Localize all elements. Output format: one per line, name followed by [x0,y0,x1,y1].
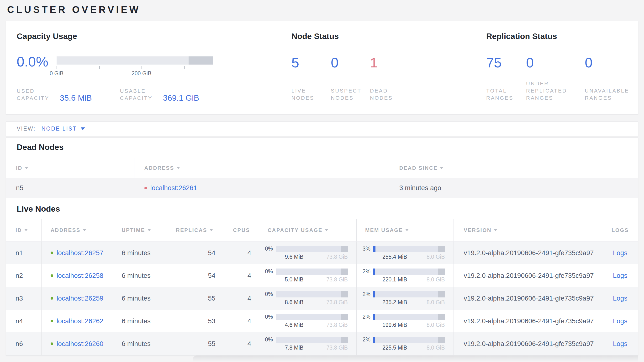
node-address-link[interactable]: localhost:26258 [56,272,103,279]
capacity-used-value: 4.6 MiB [285,322,304,328]
used-capacity-value: 35.6 MiB [60,94,92,102]
capacity-usage-title: Capacity Usage [17,32,282,41]
node-id: n3 [16,295,23,302]
column-header-cpus: CPUS [224,219,259,241]
suspect-nodes-stat: 0 SUSPECT NODES [331,56,370,102]
capacity-axis-labels: 0 GiB 200 GiB [56,70,213,77]
view-selected-value[interactable]: NODE LIST [42,125,77,132]
live-status-dot-icon [50,320,53,322]
node-mem-usage-meter: 3% 255.4 MiB 8.0 GiB [356,242,454,264]
node-cpus: 4 [248,317,251,325]
unavailable-ranges-stat: 0 UNAVAILABLE RANGES [585,56,637,102]
mem-used-value: 225.5 MiB [382,344,407,351]
column-header-label: CPUS [233,227,250,233]
replication-status-title: Replication Status [486,32,639,41]
dead-node-row: n5 localhost:26261 3 minutes ago [6,178,638,198]
sort-arrow-icon [325,229,328,231]
column-header-uptime[interactable]: UPTIME [112,219,165,241]
mem-used-value: 220.1 MiB [382,276,407,283]
dead-node-address-link[interactable]: localhost:26261 [150,184,197,192]
column-header-label: DEAD SINCE [399,165,438,171]
capacity-used-value: 9.6 MiB [285,254,304,260]
mem-bar [373,269,445,275]
node-address-link[interactable]: localhost:26259 [56,295,103,302]
capacity-used-value: 7.8 MiB [285,344,304,351]
node-id: n2 [16,272,23,279]
view-selector-dropdown[interactable]: NODE LIST [42,125,85,132]
mem-bar [373,246,445,252]
total-ranges-label: TOTAL RANGES [486,87,526,102]
node-uptime: 6 minutes [122,317,150,325]
mem-total-value: 8.0 GiB [426,276,445,283]
mem-bar-reserved-segment [438,246,445,252]
mem-total-value: 8.0 GiB [426,299,445,306]
mem-bar [373,291,445,297]
node-mem-usage-meter: 2% 235.2 MiB 8.0 GiB [356,287,454,310]
capacity-bar-axis: 0 GiB 200 GiB [56,56,213,77]
column-header-address[interactable]: ADDRESS [134,158,389,178]
node-capacity-usage-meter: 0% 7.8 MiB 73.8 GiB [259,332,356,355]
node-uptime: 6 minutes [122,295,150,302]
live-node-row: n1 localhost:26257 6 minutes 54 4 0% 9.6… [6,242,638,264]
node-capacity-usage-meter: 0% 5.0 MiB 73.8 GiB [259,264,356,287]
suspect-nodes-label: SUSPECT NODES [331,87,370,102]
column-header-dead-since[interactable]: DEAD SINCE [389,158,638,178]
replication-status-panel: Replication Status 75 TOTAL RANGES 0 UND… [486,32,639,102]
capacity-bar [276,291,348,297]
column-header-mem-usage[interactable]: MEM USAGE [356,219,454,241]
column-header-id[interactable]: ID [6,219,41,241]
node-mem-usage-meter: 2% 199.6 MiB 8.0 GiB [356,310,454,332]
mem-percent: 2% [360,268,373,275]
capacity-meter: 0.0% 0 GiB 200 GiB [17,56,282,77]
node-logs-link[interactable]: Logs [613,340,628,348]
node-logs-link[interactable]: Logs [613,295,628,302]
node-uptime: 6 minutes [122,340,150,348]
node-address-link[interactable]: localhost:26260 [56,340,103,348]
column-header-label: ID [16,227,22,233]
node-logs-link[interactable]: Logs [613,272,628,279]
column-header-id[interactable]: ID [6,158,134,178]
dead-status-dot-icon [144,187,147,189]
column-header-label: UPTIME [122,227,145,233]
capacity-bar-reserved-segment [340,314,348,320]
live-nodes-heading: Live Nodes [17,204,638,214]
live-status-dot-icon [50,274,53,277]
node-logs-link[interactable]: Logs [613,317,628,325]
column-header-address[interactable]: ADDRESS [41,219,112,241]
axis-tick [56,66,57,69]
column-header-capacity-usage[interactable]: CAPACITY USAGE [259,219,356,241]
nodes-section-card: Dead Nodes ID ADDRESS DEAD SINCE n5 [6,137,638,355]
node-capacity-usage-meter: 0% 8.6 MiB 73.8 GiB [259,287,356,310]
node-status-panel: Node Status 5 LIVE NODES 0 SUSPECT NODES… [292,32,487,102]
live-nodes-stat: 5 LIVE NODES [292,56,331,102]
capacity-bar-reserved-segment [340,337,348,343]
capacity-total-value: 73.8 GiB [326,254,348,260]
node-uptime: 6 minutes [122,249,150,257]
node-logs-link[interactable]: Logs [613,249,628,257]
dead-nodes-table-header: ID ADDRESS DEAD SINCE [6,158,638,178]
mem-bar-reserved-segment [438,269,445,275]
column-header-version[interactable]: VERSION [454,219,602,241]
dead-nodes-table: ID ADDRESS DEAD SINCE n5 localhost:26261 [6,158,638,198]
unavailable-ranges-count: 0 [585,56,637,70]
cluster-summary-card: Capacity Usage 0.0% 0 GiB 200 Gi [6,21,638,114]
column-header-replicas[interactable]: REPLICAS [165,219,224,241]
capacity-percent: 0% [262,336,276,343]
dead-since-value: 3 minutes ago [399,184,441,192]
under-replicated-ranges-stat: 0 UNDER- REPLICATED RANGES [526,56,585,102]
column-header-label: CAPACITY USAGE [268,227,322,233]
capacity-total-value: 73.8 GiB [326,276,348,283]
node-replicas: 54 [208,272,215,279]
node-address-link[interactable]: localhost:26262 [56,317,103,325]
column-header-label: REPLICAS [176,227,207,233]
node-replicas: 53 [208,317,215,325]
column-header-label: MEM USAGE [365,227,403,233]
sort-arrow-icon [24,229,28,231]
mem-bar [373,314,445,320]
node-address-link[interactable]: localhost:26257 [56,249,103,257]
node-version: v19.2.0-alpha.20190606-2491-gfe735c9a97 [464,249,594,257]
live-node-row: n4 localhost:26262 6 minutes 53 4 0% 4.6… [6,310,638,332]
node-capacity-usage-meter: 0% 9.6 MiB 73.8 GiB [259,242,356,264]
node-version: v19.2.0-alpha.20190606-2491-gfe735c9a97 [464,340,594,348]
capacity-bar-reserved-segment [340,269,348,275]
